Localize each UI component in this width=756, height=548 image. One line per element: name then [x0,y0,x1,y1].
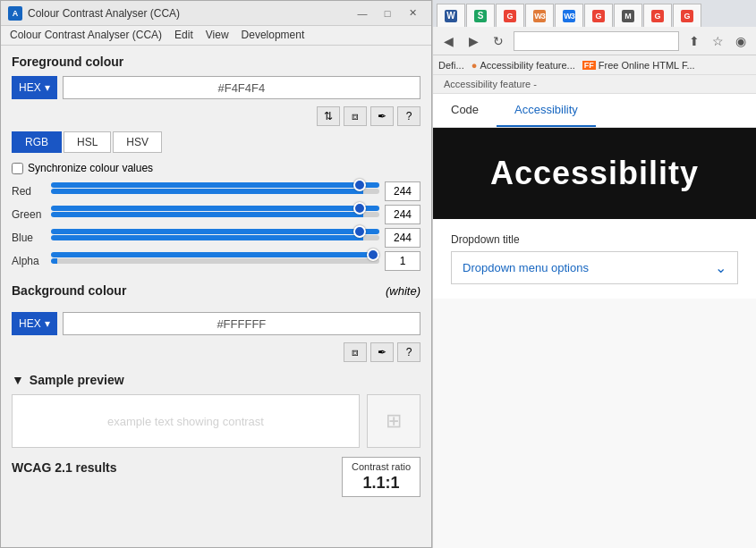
minimize-button[interactable]: — [351,5,374,21]
alpha-slider[interactable] [51,245,379,259]
browser-tabs: W S G W3 W3 G M G G [433,0,756,27]
wcag-title: WCAG 2.1 results [12,457,116,475]
blue-slider-wrapper [51,229,379,247]
fav-label-1: Accessibility feature... [480,60,574,71]
background-icon-row: ⧈ ✒ ? [12,342,420,362]
tab-icon-2: G [504,10,516,22]
browser-tab-7[interactable]: G [643,4,672,27]
forward-button[interactable]: ▶ [463,31,483,51]
sync-checkbox[interactable] [12,163,23,174]
green-label: Green [12,208,46,221]
swap-icon[interactable]: ⇅ [317,106,340,126]
cca-title: Colour Contrast Analyser (CCA) [28,7,345,20]
sample-toggle[interactable]: ▼ Sample preview [12,373,420,387]
tab-icon-7: G [651,10,664,22]
page-accessibility-bar: Accessibility feature - [433,75,756,94]
cca-content: Foreground colour HEX ▾ ⇅ ⧈ ✒ ? RGB HSL … [1,46,431,547]
maximize-button[interactable]: □ [376,5,399,21]
foreground-hex-input[interactable] [63,76,420,99]
accessibility-bar-text: Accessibility feature - [444,79,537,89]
background-section-title: Background colour [12,283,126,298]
tab-icon-6: M [622,10,634,22]
green-value-input[interactable] [385,205,420,224]
chevron-down-icon: ▼ [12,373,24,387]
browser-tab-0[interactable]: W [437,4,465,27]
alpha-label: Alpha [12,255,46,267]
red-label: Red [12,185,46,198]
alpha-slider-wrapper [51,252,379,270]
blue-value-input[interactable] [385,228,420,248]
blue-slider[interactable] [51,222,379,236]
sample-preview-title: Sample preview [30,373,124,387]
sliders-icon[interactable]: ⧈ [344,106,367,126]
profile-icon[interactable]: ◉ [731,31,751,51]
fav-item-1[interactable]: ● Accessibility feature... [471,60,575,71]
favorites-bar: Defi... ● Accessibility feature... FF Fr… [433,55,756,75]
browser-tab-8[interactable]: G [673,4,701,27]
color-mode-tabs: RGB HSL HSV [12,131,420,153]
tab-icon-0: W [445,10,457,22]
dropdown-value: Dropdown menu options [463,261,589,274]
menu-item-cca[interactable]: Colour Contrast Analyser (CCA) [4,28,167,43]
tab-icon-3: W3 [533,10,546,22]
sample-icon-box: ⊞ [367,394,420,448]
help-bg-icon[interactable]: ? [397,342,420,362]
cca-app-icon: A [8,6,22,21]
reload-button[interactable]: ↻ [488,31,508,51]
rgb-tab[interactable]: RGB [12,131,62,153]
foreground-format-dropdown[interactable]: HEX ▾ [12,76,57,99]
favorites-icon[interactable]: ☆ [708,31,727,51]
address-bar[interactable] [514,31,679,51]
page-nav-section: Code Accessibility [433,94,756,128]
alpha-value-input[interactable] [385,251,420,271]
rgb-sliders: Red Green Blue [12,181,420,271]
browser-toolbar: ◀ ▶ ↻ ⬆ ☆ ◉ [433,27,756,55]
red-slider[interactable] [51,175,379,190]
contrast-ratio-box: Contrast ratio 1.1:1 [342,457,420,497]
red-slider-wrapper [51,182,379,200]
tab-icon-5: G [592,10,605,22]
back-button[interactable]: ◀ [438,31,458,51]
bg-sliders-icon[interactable]: ⧈ [344,342,367,362]
fav-item-2[interactable]: FF Free Online HTML F... [582,60,695,71]
browser-tab-4[interactable]: W3 [555,4,583,27]
page-main-content: Dropdown title Dropdown menu options ⌄ [433,219,756,299]
sync-label: Synchronize colour values [28,162,153,174]
browser-tab-6[interactable]: M [614,4,642,27]
eyedropper-fg-icon[interactable]: ✒ [370,106,394,126]
dropdown-title: Dropdown title [451,233,738,246]
fav-icon-1: ● [471,60,478,71]
sample-text-box: example text showing contrast [12,394,360,448]
dropdown-select[interactable]: Dropdown menu options ⌄ [451,251,738,284]
browser-tab-3[interactable]: W3 [525,4,554,27]
menu-item-development[interactable]: Development [236,28,310,43]
eyedropper-bg-icon[interactable]: ✒ [370,342,394,362]
contrast-ratio-label: Contrast ratio [352,461,411,472]
background-format-dropdown[interactable]: HEX ▾ [12,312,57,335]
share-icon[interactable]: ⬆ [684,31,704,51]
sample-preview-section: ▼ Sample preview example text showing co… [12,373,420,448]
green-slider[interactable] [51,198,379,213]
nav-item-code[interactable]: Code [433,94,497,127]
menu-item-view[interactable]: View [200,28,234,43]
sync-row: Synchronize colour values [12,162,420,174]
background-header: Background colour (white) [12,283,420,305]
hsl-tab[interactable]: HSL [64,131,111,153]
browser-tab-1[interactable]: S [466,4,495,27]
close-button[interactable]: ✕ [401,5,424,21]
contrast-ratio-value: 1.1:1 [362,474,399,492]
browser-tab-5[interactable]: G [584,4,613,27]
background-hex-input[interactable] [63,312,420,335]
foreground-icon-row: ⇅ ⧈ ✒ ? [12,106,420,126]
window-controls: — □ ✕ [351,5,424,21]
help-fg-icon[interactable]: ? [397,106,420,126]
green-slider-wrapper [51,206,379,223]
hsv-tab[interactable]: HSV [113,131,162,153]
chevron-down-icon: ⌄ [715,259,726,276]
menu-item-edit[interactable]: Edit [169,28,199,43]
red-value-input[interactable] [385,181,420,201]
browser-tab-2[interactable]: G [496,4,524,27]
fav-item-0[interactable]: Defi... [438,60,464,71]
nav-item-accessibility[interactable]: Accessibility [497,94,596,127]
fav-icon-2: FF [582,61,596,70]
